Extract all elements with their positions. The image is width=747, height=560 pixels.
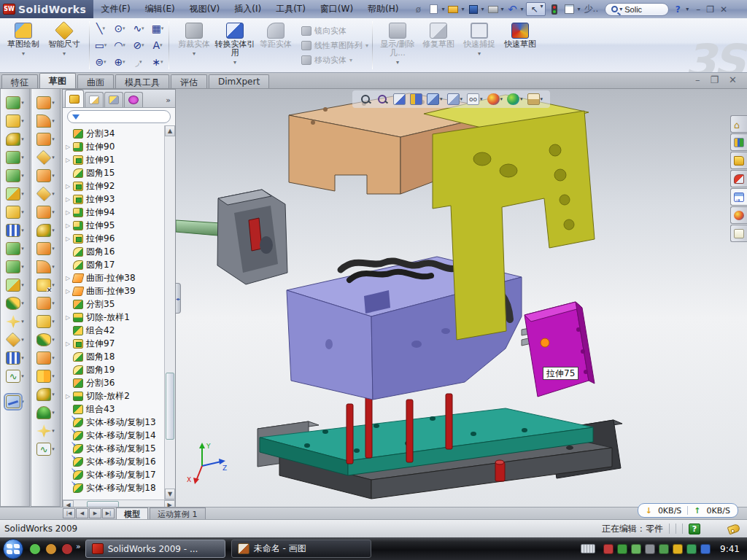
ribbon-list-button[interactable]: 镜向实体 ▾ [299,25,371,37]
tree-item[interactable]: ▷ 拉伸97 [63,337,164,350]
scroll-up-icon[interactable]: ▲ [165,125,175,136]
tree-item[interactable]: ▷ 拉伸94 [63,206,164,219]
task-pane-tab[interactable] [730,152,747,169]
feature-tool-button[interactable]: ▾ [6,169,24,182]
surface-tool-button[interactable]: ▾ [36,370,55,383]
tray-icon[interactable] [645,544,655,554]
sketch-entity-icon[interactable]: A ▾ [148,37,167,54]
surface-tool-button[interactable]: ▾ [36,151,55,164]
feature-manager-tab[interactable] [85,92,104,107]
sketch-entity-icon[interactable]: ⊕ ▾ [110,54,129,71]
feature-tool-button[interactable]: ▾ [6,315,24,328]
tree-item[interactable]: ▷ 曲面-拉伸39 [63,284,164,298]
surface-tool-button[interactable]: ▾ [36,279,55,292]
restore-button[interactable]: ❐ [706,4,714,15]
save-icon[interactable] [467,3,480,15]
view-tool-button[interactable]: ▾ [376,93,389,105]
ribbon-button[interactable]: 等距实体 ▾ [255,20,296,71]
feature-tool-button[interactable]: ▾ [6,351,24,365]
model-tab[interactable]: 运动算例 1 [150,508,206,519]
expander-icon[interactable]: ▷ [66,236,73,242]
feature-tool-button[interactable]: ▾ [6,187,24,201]
tree-item[interactable]: ▷ 组合42 [63,324,164,337]
feature-manager-tab[interactable] [104,92,123,107]
tree-vertical-scrollbar[interactable]: ▲ ▼ [164,125,175,499]
tree-item[interactable]: ▷ 拉伸95 [63,219,164,232]
feature-tool-button[interactable]: ▾ [6,242,24,255]
command-tab[interactable]: 曲面 [77,74,114,88]
feature-tool-button[interactable]: ▾ [6,279,24,292]
menu-item[interactable]: 文件(F) [93,1,137,18]
tree-item[interactable]: ▷ 实体-移动/复制15 [63,442,164,455]
feature-tool-button[interactable]: ▾ [6,333,24,346]
ribbon-button[interactable]: 转换实体引用 ▾ [214,20,255,71]
tree-item[interactable]: ▷ 拉伸93 [63,192,164,206]
sketch-entity-icon[interactable]: ▦ ▾ [148,20,167,37]
command-tab[interactable]: 特征 [1,74,38,88]
tray-icon[interactable] [603,544,614,554]
view-tool-button[interactable]: ▾ [487,93,503,105]
tag-icon[interactable] [727,523,741,534]
tab-nav-button[interactable]: |◀ [63,508,75,518]
feature-manager-tab[interactable] [65,90,84,107]
tab-nav-button[interactable]: ◀ [76,508,88,518]
tree-filter-input[interactable] [67,110,171,123]
view-tool-button[interactable]: ▾ [527,93,543,105]
view-tool-button[interactable]: ▾ [360,93,372,105]
sketch-entity-icon[interactable]: ∿ ▾ [129,20,148,37]
task-pane-tab[interactable] [730,225,747,242]
sketch-entity-icon[interactable]: ⊙ ▾ [110,20,129,37]
pin-toolbar-icon[interactable]: ø [411,3,425,15]
help-icon[interactable]: ? [671,3,684,15]
feature-tool-button[interactable]: ▾ [6,297,24,310]
ribbon-button[interactable]: 显示/删除几... ▾ [377,20,418,71]
feature-tool-button[interactable]: ▾ [6,151,24,164]
menu-item[interactable]: 视图(V) [182,1,228,18]
view-tool-button[interactable]: ▾ [447,93,463,105]
view-tool-button[interactable]: ▾ [507,93,523,105]
tab-nav-button[interactable]: ▶ [89,508,101,518]
tray-icon[interactable] [617,544,627,554]
expander-icon[interactable]: ▷ [66,144,73,150]
tree-item[interactable]: ▷ 分割36 [63,376,164,389]
sketch-entity-icon[interactable]: ⊘ ▾ [129,37,148,54]
surface-tool-button[interactable]: ▾ [36,351,55,365]
feature-tool-button[interactable]: ▾ [6,114,24,128]
surface-tool-button[interactable]: ▾ [36,206,55,219]
command-tab[interactable]: 模具工具 [115,74,169,88]
menu-item[interactable]: 工具(T) [268,1,313,18]
tree-item[interactable]: ▷ 圆角16 [63,245,164,258]
print-icon[interactable] [487,3,500,15]
tree-item[interactable]: ▷ 实体-移动/复制18 [63,481,164,494]
rebuild-traffic-light-icon[interactable] [548,3,561,15]
taskbar-clock[interactable]: 9:41 [720,544,740,554]
command-tab[interactable]: 评估 [171,74,207,88]
tray-icon[interactable] [631,544,641,554]
ribbon-list-button[interactable]: 移动实体 ▾ [299,54,371,66]
tree-item[interactable]: ▷ 拉伸96 [63,232,164,245]
panel-chevron-icon[interactable]: » [166,96,175,107]
tree-item[interactable]: ▷ 圆角18 [63,350,164,363]
menu-item[interactable]: 帮助(H) [360,1,406,18]
task-pane-tab[interactable] [730,133,747,151]
surface-tool-button[interactable]: ▾ [36,133,55,146]
graphics-viewport[interactable]: ▾ ▾ ▾ ▾ ▾ [176,89,747,507]
feature-manager-tab[interactable] [124,92,143,107]
task-pane-tab[interactable] [730,115,747,133]
ribbon-button[interactable]: 草图绘制 ▾ [3,20,44,71]
surface-tool-button[interactable]: ▾ [36,224,55,237]
tree-item[interactable]: ▷ 组合43 [63,402,164,416]
quick-launch-chevron-icon[interactable]: » [76,542,81,551]
quick-launch-icon[interactable] [61,543,73,555]
surface-tool-button[interactable]: ▾ [36,333,55,346]
taskbar-window-button[interactable]: 未命名 - 画图 [231,540,371,558]
keyboard-layout-icon[interactable] [581,544,595,553]
expander-icon[interactable]: ▷ [66,341,73,347]
feature-tool-button[interactable]: ▾ [6,224,24,237]
sketch-entity-icon[interactable]: ◞ ▾ [129,54,148,71]
quick-launch-icon[interactable] [45,543,57,555]
tray-icon[interactable] [700,544,711,554]
minimize-button[interactable]: – [696,4,700,15]
tree-item[interactable]: ▷ 切除-放样1 [63,311,164,324]
tree-item[interactable]: ▷ 分割34 [63,127,164,140]
